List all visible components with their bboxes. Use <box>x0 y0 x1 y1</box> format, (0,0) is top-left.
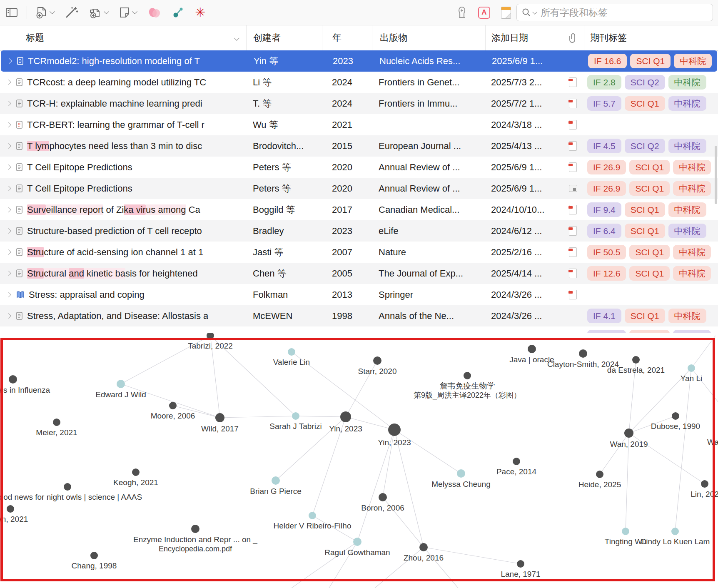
expand-chevron-icon[interactable] <box>6 101 11 106</box>
table-row[interactable]: T lymphocytes need less than 3 min to di… <box>0 135 718 157</box>
add-attachment-button[interactable] <box>87 3 111 22</box>
graph-node[interactable] <box>309 512 316 519</box>
column-header-title[interactable]: 标题 <box>0 25 246 50</box>
connected-graph-plugin-button[interactable] <box>170 3 187 22</box>
journal-tag-badge: SCI Q1 <box>625 96 665 111</box>
table-row[interactable]: Stress, Adaptation, and Disease: Allosta… <box>0 305 718 326</box>
graph-node[interactable] <box>90 552 98 559</box>
graph-node-label: 詹韦免疫生物学 <box>440 381 495 390</box>
journal-tags-cell: IF 4.5SCI Q2中科院 <box>584 135 718 157</box>
journal-tag-badge: SCI Q2 <box>625 75 665 90</box>
graph-node[interactable] <box>622 528 629 535</box>
graph-node[interactable] <box>169 402 177 409</box>
journal-tag-badge: IF 12.6 <box>587 266 626 281</box>
vertical-scrollbar[interactable] <box>715 146 717 204</box>
graph-node-label: Pace, 2014 <box>496 467 537 476</box>
table-row[interactable]: TCR-H: explainable machine learning pred… <box>0 93 718 114</box>
column-header-date-added[interactable]: 添加日期 <box>485 25 562 50</box>
graph-node[interactable] <box>292 412 299 420</box>
new-item-button[interactable] <box>33 3 57 22</box>
expand-chevron-icon[interactable] <box>6 207 11 212</box>
expand-chevron-icon[interactable] <box>6 228 11 234</box>
journal-tag-badge: 中科院 <box>668 224 706 238</box>
expand-chevron-icon[interactable] <box>6 164 11 170</box>
graph-node[interactable] <box>632 356 640 364</box>
network-nodes-icon <box>172 7 184 18</box>
graph-node[interactable] <box>457 469 465 478</box>
column-header-year[interactable]: 年 <box>322 25 372 50</box>
expand-chevron-icon[interactable] <box>7 58 12 64</box>
journal-article-icon <box>16 163 23 172</box>
graph-node[interactable] <box>9 375 17 384</box>
gpt-plugin-button[interactable]: ✳ <box>192 3 208 22</box>
graph-node[interactable] <box>64 483 71 491</box>
expand-chevron-icon[interactable] <box>6 122 11 127</box>
graph-node[interactable] <box>340 411 351 422</box>
graph-node[interactable] <box>388 424 401 436</box>
graph-node[interactable] <box>373 356 381 365</box>
graph-node[interactable] <box>701 480 708 488</box>
table-row[interactable]: Structure-based prediction of T cell rec… <box>0 220 718 242</box>
expand-chevron-icon[interactable] <box>6 186 11 191</box>
table-row[interactable]: Structure of acid-sensing ion channel 1 … <box>0 242 718 263</box>
new-note-button[interactable] <box>117 3 139 22</box>
translate-plugin-button[interactable]: A <box>476 3 493 22</box>
graph-node[interactable] <box>379 493 387 501</box>
table-row[interactable]: TCRmodel2: high-resolution modeling of T… <box>1 50 717 72</box>
expand-chevron-icon[interactable] <box>6 292 11 297</box>
graph-node[interactable] <box>191 525 199 533</box>
graph-node[interactable] <box>596 471 603 478</box>
graph-node[interactable] <box>132 468 140 476</box>
title-cell: TCRcost: a deep learning model utilizing… <box>0 72 246 93</box>
graph-node[interactable] <box>517 560 524 568</box>
graph-node[interactable] <box>117 380 125 388</box>
table-row[interactable]: T Cell Epitope PredictionsPeters 等2020An… <box>0 157 718 178</box>
graph-node[interactable] <box>272 476 280 485</box>
column-header-journal-tags[interactable]: 期刊标签 <box>584 25 718 50</box>
pdf-attachment-icon <box>569 247 577 257</box>
collections-pane-toggle-button[interactable] <box>3 3 20 22</box>
graph-node[interactable] <box>353 538 361 546</box>
graph-node[interactable] <box>688 364 695 372</box>
graph-node[interactable] <box>215 413 224 422</box>
column-header-publication[interactable]: 出版物 <box>372 25 485 50</box>
graph-node[interactable] <box>579 349 587 358</box>
graph-node[interactable] <box>53 419 60 426</box>
table-row[interactable]: Surveillance report of Zika virus among … <box>0 199 718 220</box>
item-title: Structural and kinetic basis for heighte… <box>27 268 198 279</box>
graph-node[interactable] <box>671 528 679 535</box>
journal-tag-badge: IF 50.5 <box>587 245 626 259</box>
graph-node[interactable] <box>464 372 471 379</box>
graph-node[interactable] <box>7 505 14 513</box>
publication-cell: The Journal of Exp... <box>372 263 485 284</box>
expand-chevron-icon[interactable] <box>6 271 11 276</box>
publication-cell: Canadian Medical... <box>372 199 485 220</box>
expand-chevron-icon[interactable] <box>6 249 11 255</box>
expand-chevron-icon[interactable] <box>6 80 11 85</box>
table-row[interactable]: T Cell Epitope PredictionsPeters 等2020An… <box>0 178 718 199</box>
table-row[interactable]: Structural and kinetic basis for heighte… <box>0 263 718 284</box>
expand-chevron-icon[interactable] <box>6 313 11 319</box>
publication-cell: Annals of the Ne... <box>372 305 485 326</box>
graph-node[interactable] <box>672 412 679 420</box>
column-header-attachment[interactable] <box>562 25 584 50</box>
graph-node-label: Yin, 2023 <box>378 438 411 447</box>
search-input[interactable]: 所有字段和标签 <box>516 4 713 21</box>
expand-chevron-icon[interactable] <box>6 143 11 149</box>
table-row[interactable]: Stress: appraisal and copingFolkman2013S… <box>0 284 718 305</box>
column-header-creator[interactable]: 创建者 <box>246 25 322 50</box>
pdf-attachment-icon <box>569 162 577 172</box>
graph-node[interactable] <box>528 345 536 353</box>
graph-node[interactable] <box>419 543 428 551</box>
citation-graph-canvas[interactable]: Tabrizi, 2022Valerie LinStarr, 2020Java … <box>0 333 718 588</box>
easyscholar-plugin-button[interactable] <box>145 3 164 22</box>
add-by-identifier-button[interactable] <box>62 3 81 22</box>
annotate-stamp-button[interactable] <box>454 3 470 22</box>
sticky-note-button[interactable] <box>499 3 514 22</box>
item-title: TCR-BERT: learning the grammar of T-cell… <box>27 120 204 130</box>
graph-node[interactable] <box>513 458 520 465</box>
table-row[interactable]: TCRcost: a deep learning model utilizing… <box>0 72 718 93</box>
graph-node[interactable] <box>624 429 633 438</box>
graph-node[interactable] <box>288 348 295 356</box>
table-row[interactable]: TCR-BERT: learning the grammar of T-cell… <box>0 114 718 135</box>
